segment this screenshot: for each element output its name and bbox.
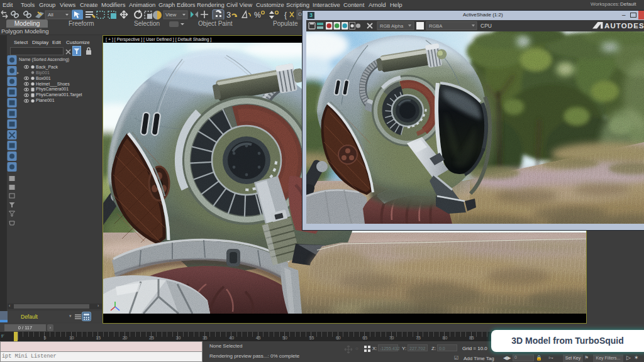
svg-text:CPU: CPU: [480, 23, 492, 29]
svg-text:View: View: [165, 12, 176, 18]
svg-text:AUTODESK: AUTODESK: [604, 22, 644, 30]
svg-text:{: {: [284, 11, 287, 19]
svg-text:RGBA: RGBA: [429, 23, 442, 29]
svg-text:RGB Alpha: RGB Alpha: [380, 23, 404, 29]
svg-text:All: All: [48, 12, 53, 18]
svg-text:%: %: [254, 11, 261, 19]
svg-text:3: 3: [226, 10, 231, 19]
